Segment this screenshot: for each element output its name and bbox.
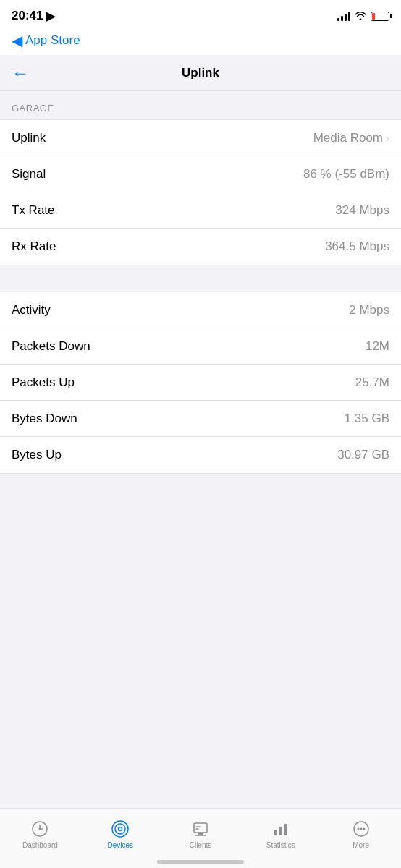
home-indicator	[157, 860, 244, 864]
packets-down-row: Packets Down 12M	[0, 328, 401, 365]
app-store-label: App Store	[25, 33, 80, 48]
status-bar: 20:41 ▶	[0, 0, 401, 32]
signal-label: Signal	[12, 167, 46, 182]
uplink-value: Media Room ›	[313, 131, 389, 145]
more-icon	[351, 819, 371, 839]
devices-icon	[110, 819, 130, 839]
section-stats: Activity 2 Mbps Packets Down 12M Packets…	[0, 292, 401, 474]
stats-card-group: Activity 2 Mbps Packets Down 12M Packets…	[0, 292, 401, 474]
uplink-label: Uplink	[12, 131, 46, 145]
packets-down-value: 12M	[366, 339, 389, 354]
rx-rate-label: Rx Rate	[12, 239, 56, 254]
statistics-icon	[271, 819, 291, 839]
statistics-tab-label: Statistics	[266, 841, 295, 849]
more-tab-label: More	[353, 841, 369, 849]
packets-up-value: 25.7M	[355, 375, 389, 390]
main-content: ← Uplink GARAGE Uplink Media Room › Sign…	[0, 55, 401, 534]
signal-icon	[337, 11, 350, 21]
svg-point-4	[119, 827, 122, 831]
devices-tab-label: Devices	[107, 841, 133, 849]
tx-rate-label: Tx Rate	[12, 203, 55, 218]
battery-icon	[371, 12, 389, 21]
packets-down-label: Packets Down	[12, 339, 90, 354]
navigation-arrow: ▶	[46, 9, 55, 24]
page-title: Uplink	[182, 66, 219, 80]
section-spacer	[0, 265, 401, 292]
activity-row: Activity 2 Mbps	[0, 292, 401, 328]
svg-point-3	[115, 824, 125, 834]
nav-header: ← Uplink	[0, 55, 401, 91]
svg-point-1	[39, 828, 41, 830]
tab-devices[interactable]: Devices	[80, 809, 161, 854]
bytes-down-label: Bytes Down	[12, 412, 77, 426]
tab-more[interactable]: More	[321, 809, 401, 854]
back-button[interactable]: ←	[12, 64, 29, 82]
packets-up-label: Packets Up	[12, 375, 75, 390]
status-icons	[337, 11, 389, 21]
section-header-garage: GARAGE	[0, 91, 401, 119]
bytes-down-value: 1.35 GB	[345, 412, 389, 426]
garage-card-group: Uplink Media Room › Signal 86 % (-55 dBm…	[0, 119, 401, 265]
bytes-up-value: 30.97 GB	[337, 448, 389, 462]
rx-rate-row: Rx Rate 364.5 Mbps	[0, 229, 401, 265]
activity-value: 2 Mbps	[349, 303, 389, 318]
uplink-row[interactable]: Uplink Media Room ›	[0, 120, 401, 156]
svg-rect-5	[194, 823, 207, 833]
svg-point-14	[357, 828, 359, 830]
time-display: 20:41	[12, 9, 43, 23]
app-store-back[interactable]: ◀ App Store	[12, 32, 80, 49]
bytes-down-row: Bytes Down 1.35 GB	[0, 401, 401, 437]
svg-point-16	[363, 828, 365, 830]
svg-rect-6	[198, 833, 203, 835]
clients-tab-label: Clients	[190, 841, 212, 849]
dashboard-tab-label: Dashboard	[22, 841, 58, 849]
svg-rect-10	[274, 830, 277, 835]
uplink-chevron-icon: ›	[386, 132, 389, 144]
svg-rect-12	[284, 824, 287, 835]
svg-rect-11	[279, 827, 282, 835]
tab-bar: Dashboard Devices Clients	[0, 808, 401, 868]
app-store-nav: ◀ App Store	[0, 32, 401, 55]
tx-rate-row: Tx Rate 324 Mbps	[0, 192, 401, 229]
bytes-up-row: Bytes Up 30.97 GB	[0, 437, 401, 473]
section-garage: GARAGE Uplink Media Room › Signal 86 % (…	[0, 91, 401, 265]
tx-rate-value: 324 Mbps	[335, 203, 389, 218]
signal-row: Signal 86 % (-55 dBm)	[0, 156, 401, 192]
tab-clients[interactable]: Clients	[161, 809, 241, 854]
svg-point-15	[360, 828, 362, 830]
clients-icon	[190, 819, 211, 839]
signal-value: 86 % (-55 dBm)	[303, 167, 389, 182]
tab-dashboard[interactable]: Dashboard	[0, 809, 80, 854]
back-chevron-icon: ◀	[12, 32, 22, 49]
wifi-icon	[355, 12, 366, 20]
status-time: 20:41 ▶	[12, 9, 55, 24]
bytes-up-label: Bytes Up	[12, 448, 62, 462]
activity-label: Activity	[12, 303, 51, 318]
tab-statistics[interactable]: Statistics	[240, 809, 321, 854]
packets-up-row: Packets Up 25.7M	[0, 365, 401, 401]
rx-rate-value: 364.5 Mbps	[325, 239, 389, 254]
dashboard-icon	[30, 819, 50, 839]
